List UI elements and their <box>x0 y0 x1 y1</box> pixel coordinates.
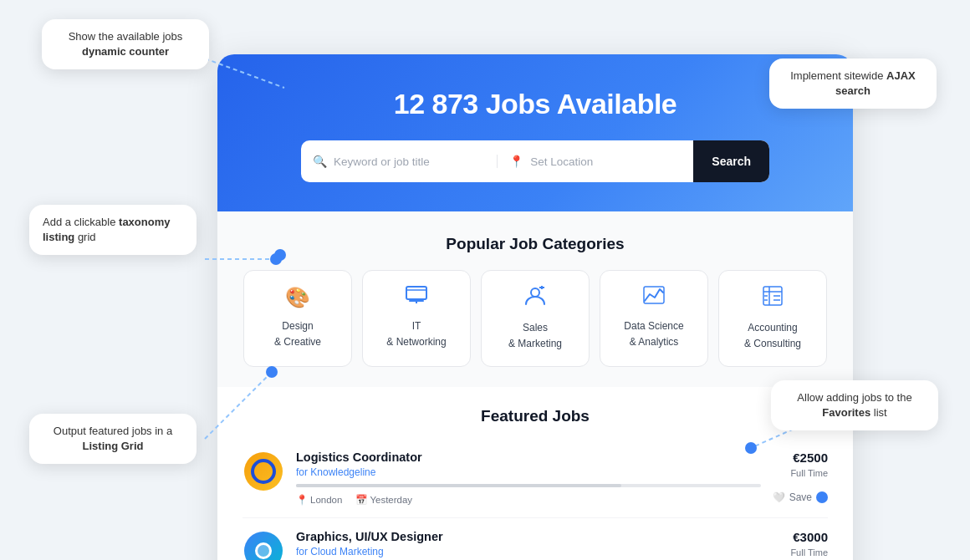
sales-icon <box>493 286 577 311</box>
keyword-placeholder: Keyword or job title <box>334 155 430 168</box>
job-info-graphics: Graphics, UI/UX Designer for Cloud Marke… <box>296 530 777 560</box>
category-design[interactable]: 🎨 Design& Creative <box>243 270 352 367</box>
tooltip-bold: Favorites <box>822 406 870 419</box>
search-button[interactable]: Search <box>693 140 769 182</box>
categories-title: Popular Job Categories <box>242 235 828 253</box>
category-accounting-label: Accounting& Consulting <box>744 322 801 349</box>
category-it[interactable]: IT& Networking <box>362 270 471 367</box>
location-icon: 📍 <box>296 495 308 505</box>
tooltip-text2: grid <box>74 231 95 243</box>
job-logo-graphics <box>242 530 284 560</box>
tooltip-dynamic-counter: Show the available jobs dynamic counter <box>42 19 209 69</box>
data-science-icon <box>612 286 696 309</box>
location-placeholder: Set Location <box>530 155 593 168</box>
category-accounting[interactable]: Accounting& Consulting <box>718 270 827 367</box>
calendar-icon: 📅 <box>355 495 367 505</box>
job-date-logistics: 📅Yesterday <box>355 494 412 506</box>
job-item-graphics: Graphics, UI/UX Designer for Cloud Marke… <box>242 518 828 560</box>
search-icon: 🔍 <box>313 155 327 168</box>
categories-section: Popular Job Categories 🎨 Design& Creativ… <box>217 211 853 387</box>
tooltip-text2: list <box>870 406 887 419</box>
category-data-science-label: Data Science& Analytics <box>624 320 683 348</box>
job-salary-graphics: €3000 <box>793 530 828 544</box>
job-progress-fill-logistics <box>296 484 621 487</box>
job-type-graphics: Full Time <box>790 547 828 557</box>
job-title-logistics: Logistics Coordinator <box>296 451 761 464</box>
jobs-count-title: 12 873 Jobs Available <box>242 88 828 120</box>
categories-grid: 🎨 Design& Creative IT& Networking <box>242 270 828 367</box>
job-actions-logistics: €2500 Full Time 🤍 Save <box>773 451 828 503</box>
job-title-graphics: Graphics, UI/UX Designer <box>296 530 777 543</box>
job-company-graphics: for Cloud Marketing <box>296 546 777 557</box>
job-logo-logistics <box>242 451 284 492</box>
tooltip-text: Show the available jobs <box>69 30 183 43</box>
tooltip-text: Output featured jobs in a <box>54 425 172 437</box>
tooltip-text: Allow adding jobs to the <box>797 391 911 404</box>
tooltip-favorites: Allow adding jobs to the Favorites list <box>771 380 938 430</box>
location-icon: 📍 <box>509 155 523 168</box>
design-icon: 🎨 <box>256 286 340 309</box>
job-meta-logistics: 📍London 📅Yesterday <box>296 494 761 506</box>
tooltip-text: Implement sitewide <box>790 69 886 82</box>
featured-title: Featured Jobs <box>242 407 828 425</box>
tooltip-ajax-search: Implement sitewide AJAX search <box>769 59 937 109</box>
tooltip-bold: dynamic counter <box>82 45 169 58</box>
job-company-logistics: for Knowledgeline <box>296 466 761 478</box>
location-field[interactable]: 📍 Set Location <box>498 155 693 168</box>
search-bar: 🔍 Keyword or job title 📍 Set Location Se… <box>301 140 769 182</box>
save-dot-indicator <box>816 491 828 503</box>
job-type-logistics: Full Time <box>790 468 828 478</box>
svg-rect-0 <box>406 287 426 299</box>
it-icon <box>375 286 458 309</box>
job-progress-bar-logistics <box>296 484 761 487</box>
featured-section: Featured Jobs Logistics Coordinator for … <box>217 387 853 560</box>
heart-icon: 🤍 <box>773 491 785 503</box>
svg-point-4 <box>531 288 539 297</box>
main-card: 12 873 Jobs Available 🔍 Keyword or job t… <box>217 54 853 560</box>
job-location-logistics: 📍London <box>296 494 342 506</box>
category-it-label: IT& Networking <box>386 320 446 348</box>
category-sales[interactable]: Sales& Marketing <box>481 270 590 367</box>
job-actions-graphics: €3000 Full Time 🤍 Save <box>789 530 828 560</box>
accounting-icon <box>731 286 814 311</box>
job-info-logistics: Logistics Coordinator for Knowledgeline … <box>296 451 761 506</box>
job-item-logistics: Logistics Coordinator for Knowledgeline … <box>242 439 828 518</box>
hero-section: 12 873 Jobs Available 🔍 Keyword or job t… <box>217 54 853 211</box>
category-sales-label: Sales& Marketing <box>508 322 562 349</box>
tooltip-listing-grid: Output featured jobs in a Listing Grid <box>29 414 197 464</box>
save-button-logistics[interactable]: 🤍 Save <box>773 491 828 503</box>
category-data-science[interactable]: Data Science& Analytics <box>600 270 708 367</box>
job-salary-logistics: €2500 <box>793 451 828 465</box>
page-wrapper: Show the available jobs dynamic counter … <box>25 13 945 547</box>
keyword-field[interactable]: 🔍 Keyword or job title <box>301 155 498 168</box>
category-design-label: Design& Creative <box>274 320 321 348</box>
save-label: Save <box>789 491 812 503</box>
tooltip-bold: Listing Grid <box>83 440 144 452</box>
tooltip-taxonomy-grid: Add a clickable taxonomy listing grid <box>29 205 197 255</box>
tooltip-text: Add a clickable <box>43 216 119 228</box>
